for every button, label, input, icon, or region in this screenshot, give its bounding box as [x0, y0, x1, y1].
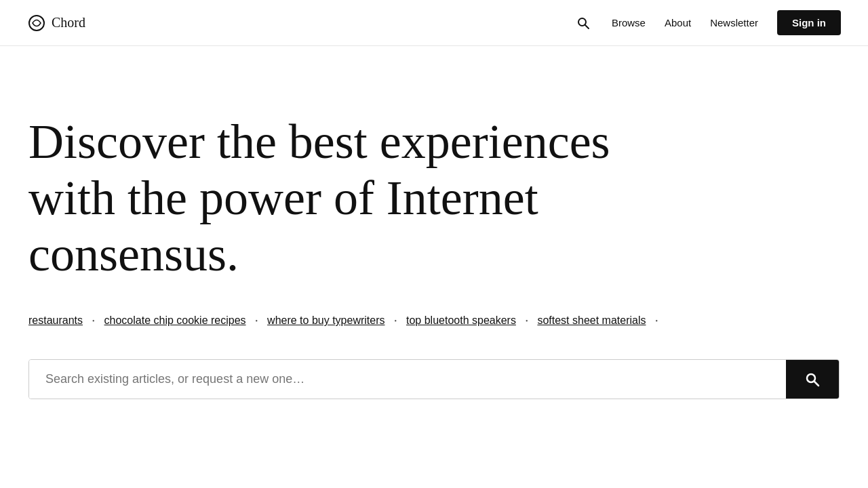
sign-in-button[interactable]: Sign in — [777, 10, 841, 35]
main-content: Discover the best experiences with the p… — [0, 46, 868, 440]
search-submit-button[interactable] — [786, 360, 839, 399]
svg-line-4 — [814, 382, 818, 386]
site-header: Chord Browse About Newsletter Sign in — [0, 0, 868, 46]
tag-separator-4: • — [526, 317, 528, 325]
svg-point-0 — [29, 16, 44, 30]
tag-typewriters[interactable]: where to buy typewriters — [267, 314, 384, 327]
tag-separator-2: • — [256, 317, 258, 325]
logo-icon — [27, 14, 46, 33]
browse-link[interactable]: Browse — [612, 17, 646, 28]
tag-bar-inner: restaurants • chocolate chip cookie reci… — [28, 314, 667, 327]
search-input[interactable] — [29, 360, 786, 399]
search-submit-icon — [805, 372, 820, 387]
tag-cookie-recipes[interactable]: chocolate chip cookie recipes — [104, 314, 246, 327]
logo-area: Chord — [27, 14, 85, 33]
tag-sheet-materials[interactable]: softest sheet materials — [537, 314, 646, 327]
about-link[interactable]: About — [665, 17, 691, 28]
logo-text: Chord — [52, 15, 85, 30]
tag-separator-5: • — [656, 317, 658, 325]
tag-restaurants[interactable]: restaurants — [28, 314, 83, 327]
tag-separator-3: • — [395, 317, 397, 325]
tag-bar: restaurants • chocolate chip cookie reci… — [28, 314, 840, 327]
newsletter-link[interactable]: Newsletter — [710, 17, 758, 28]
tag-bluetooth-speakers[interactable]: top bluetooth speakers — [406, 314, 516, 327]
search-bar — [28, 359, 840, 399]
hero-title: Discover the best experiences with the p… — [28, 114, 679, 282]
header-search-button[interactable] — [574, 14, 593, 33]
tag-separator-1: • — [92, 317, 95, 325]
header-nav: Browse About Newsletter Sign in — [574, 10, 841, 35]
svg-line-2 — [585, 25, 589, 28]
